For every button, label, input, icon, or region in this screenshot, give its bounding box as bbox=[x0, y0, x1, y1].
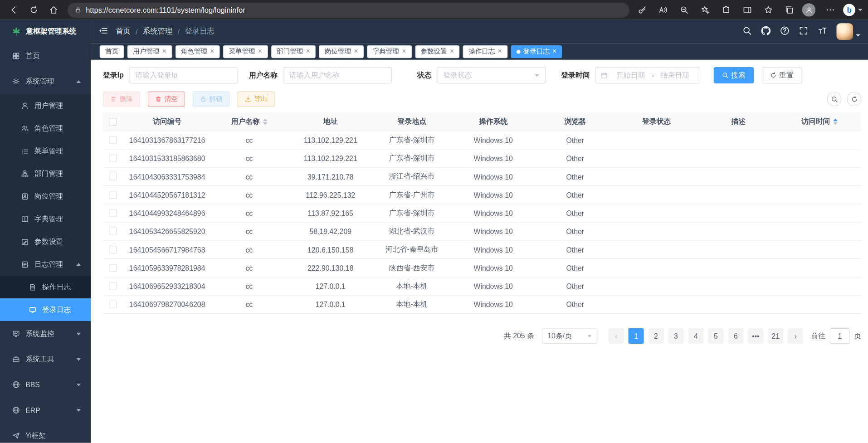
row-checkbox[interactable] bbox=[109, 173, 117, 180]
prev-page-button[interactable]: ‹ bbox=[609, 328, 624, 344]
page-button-21[interactable]: 21 bbox=[768, 328, 783, 344]
sort-icon[interactable] bbox=[263, 118, 267, 125]
sidebar-item-login-log[interactable]: 登录日志 bbox=[0, 298, 91, 321]
page-size-select[interactable]: 10条/页 bbox=[542, 328, 597, 344]
tab-post-mgmt[interactable]: 岗位管理× bbox=[319, 45, 364, 58]
next-page-button[interactable]: › bbox=[788, 328, 803, 344]
date-range-picker[interactable]: 开始日期 - 结束日期 bbox=[595, 67, 700, 84]
row-checkbox[interactable] bbox=[109, 246, 117, 253]
browser-profile-button[interactable] bbox=[802, 3, 815, 16]
page-button-4[interactable]: 4 bbox=[688, 328, 703, 344]
row-checkbox[interactable] bbox=[109, 191, 117, 199]
sidebar-item-log-mgmt[interactable]: 日志管理 bbox=[0, 253, 91, 276]
sidebar-item-post-mgmt[interactable]: 岗位管理 bbox=[0, 185, 91, 208]
close-tab-icon[interactable]: × bbox=[498, 49, 502, 54]
sidebar-item-system-mgmt[interactable]: 系统管理 bbox=[0, 68, 91, 94]
goto-page-input[interactable]: 1 bbox=[830, 328, 850, 344]
page-button-2[interactable]: 2 bbox=[648, 328, 663, 344]
sidebar-item-bbs[interactable]: BBS bbox=[0, 372, 91, 397]
refresh-table-button[interactable] bbox=[847, 92, 862, 107]
user-avatar[interactable] bbox=[836, 23, 853, 40]
extensions-button[interactable] bbox=[718, 2, 735, 18]
sidebar-item-menu-mgmt[interactable]: 菜单管理 bbox=[0, 140, 91, 162]
zoom-button[interactable] bbox=[676, 2, 692, 18]
fullscreen-button[interactable] bbox=[799, 26, 808, 38]
tab-param-settings[interactable]: 参数设置× bbox=[415, 45, 459, 58]
tab-menu-mgmt[interactable]: 菜单管理× bbox=[223, 45, 268, 58]
column-header-time[interactable]: 访问时间 bbox=[777, 117, 862, 127]
close-tab-icon[interactable]: × bbox=[162, 49, 166, 54]
font-size-button[interactable] bbox=[818, 26, 827, 38]
close-tab-icon[interactable]: × bbox=[354, 49, 358, 54]
header-search-button[interactable] bbox=[742, 26, 752, 38]
browser-refresh-button[interactable] bbox=[25, 2, 42, 18]
passwords-button[interactable] bbox=[634, 2, 651, 18]
add-favorite-button[interactable] bbox=[697, 2, 714, 18]
collapse-sidebar-button[interactable] bbox=[98, 26, 108, 38]
login-ip-input[interactable]: 请输入登录Ip bbox=[129, 67, 238, 84]
tab-home[interactable]: 首页 bbox=[100, 45, 124, 58]
sidebar-item-role-mgmt[interactable]: 角色管理 bbox=[0, 117, 91, 140]
chevron-down-icon[interactable] bbox=[856, 34, 860, 37]
app-logo[interactable]: 意框架管理系统 bbox=[0, 20, 91, 43]
favorites-button[interactable] bbox=[760, 2, 777, 18]
status-select[interactable]: 登录状态 bbox=[437, 67, 546, 84]
unlock-button[interactable]: 解锁 bbox=[193, 91, 230, 107]
read-aloud-button[interactable] bbox=[655, 2, 672, 18]
browser-menu-button[interactable] bbox=[822, 2, 839, 18]
sidebar-item-system-tools[interactable]: 系统工具 bbox=[0, 346, 91, 372]
user-name-input[interactable]: 请输入用户名称 bbox=[283, 67, 391, 84]
github-button[interactable] bbox=[761, 26, 770, 38]
row-checkbox[interactable] bbox=[109, 264, 117, 272]
sidebar-item-param-settings[interactable]: 参数设置 bbox=[0, 230, 91, 253]
row-checkbox[interactable] bbox=[109, 155, 117, 162]
breadcrumb-item-0[interactable]: 首页 bbox=[116, 27, 131, 37]
sidebar-item-user-mgmt[interactable]: 用户管理 bbox=[0, 94, 91, 117]
row-checkbox[interactable] bbox=[109, 228, 117, 235]
collections-button[interactable] bbox=[781, 2, 798, 18]
row-checkbox[interactable] bbox=[109, 301, 117, 308]
toggle-search-button[interactable] bbox=[827, 92, 842, 107]
more-pages-button[interactable]: ••• bbox=[748, 328, 763, 344]
close-tab-icon[interactable]: × bbox=[552, 49, 556, 54]
sidebar-item-dept-mgmt[interactable]: 部门管理 bbox=[0, 162, 91, 185]
row-checkbox[interactable] bbox=[109, 282, 117, 290]
sidebar-item-erp[interactable]: ERP bbox=[0, 397, 91, 423]
clear-button[interactable]: 清空 bbox=[148, 91, 185, 107]
reset-button[interactable]: 重置 bbox=[761, 67, 802, 84]
sort-icon[interactable] bbox=[833, 118, 838, 125]
close-tab-icon[interactable]: × bbox=[450, 49, 454, 54]
close-tab-icon[interactable]: × bbox=[306, 49, 310, 54]
select-all-checkbox[interactable] bbox=[109, 117, 117, 125]
page-button-6[interactable]: 6 bbox=[728, 328, 743, 344]
sidebar-item-op-log[interactable]: 操作日志 bbox=[0, 276, 91, 298]
breadcrumb-item-1[interactable]: 系统管理 bbox=[143, 27, 173, 37]
tab-dept-mgmt[interactable]: 部门管理× bbox=[271, 45, 316, 58]
sidebar-item-yi-framework[interactable]: Yi框架 bbox=[0, 423, 91, 443]
close-tab-icon[interactable]: × bbox=[402, 49, 406, 54]
split-screen-button[interactable] bbox=[739, 2, 756, 18]
export-button[interactable]: 导出 bbox=[238, 91, 275, 107]
close-tab-icon[interactable]: × bbox=[210, 49, 214, 54]
help-button[interactable] bbox=[780, 26, 790, 38]
row-checkbox[interactable] bbox=[109, 136, 117, 144]
sidebar-item-dict-mgmt[interactable]: 字典管理 bbox=[0, 208, 91, 230]
page-button-3[interactable]: 3 bbox=[668, 328, 683, 344]
row-checkbox[interactable] bbox=[109, 209, 117, 217]
tab-login-log[interactable]: 登录日志× bbox=[511, 45, 562, 58]
sidebar-item-home[interactable]: 首页 bbox=[0, 43, 91, 68]
tab-role-mgmt[interactable]: 角色管理× bbox=[175, 45, 219, 58]
browser-back-button[interactable] bbox=[5, 2, 22, 18]
search-button[interactable]: 搜索 bbox=[713, 67, 754, 84]
close-tab-icon[interactable]: × bbox=[258, 49, 262, 54]
page-button-5[interactable]: 5 bbox=[708, 328, 723, 344]
delete-button[interactable]: 删除 bbox=[103, 91, 140, 107]
column-header-user[interactable]: 用户名称 bbox=[211, 117, 287, 127]
tab-dict-mgmt[interactable]: 字典管理× bbox=[367, 45, 411, 58]
chevron-down-icon[interactable] bbox=[858, 9, 863, 11]
bing-icon[interactable]: b bbox=[843, 4, 855, 16]
tab-op-log[interactable]: 操作日志× bbox=[463, 45, 507, 58]
sidebar-item-system-monitor[interactable]: 系统监控 bbox=[0, 321, 91, 346]
address-bar[interactable]: https://ccnetcore.com:1101/system/log/lo… bbox=[68, 2, 629, 17]
tab-user-mgmt[interactable]: 用户管理× bbox=[127, 45, 172, 58]
